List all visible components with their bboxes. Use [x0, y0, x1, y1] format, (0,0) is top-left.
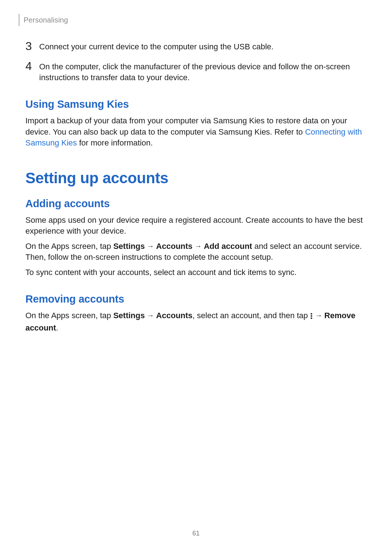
label-settings: Settings	[113, 311, 145, 320]
text: .	[56, 323, 58, 332]
arrow-icon: →	[145, 311, 156, 319]
adding-p3: To sync content with your accounts, sele…	[25, 267, 367, 278]
kies-body: Import a backup of your data from your c…	[25, 115, 367, 148]
svg-rect-2	[311, 317, 312, 319]
heading-removing-accounts: Removing accounts	[25, 293, 367, 305]
adding-p1: Some apps used on your device require a …	[25, 215, 367, 237]
step-number: 3	[25, 40, 39, 53]
text: On the Apps screen, tap	[25, 242, 113, 251]
arrow-icon: →	[145, 242, 156, 250]
arrow-icon: →	[192, 242, 204, 250]
label-settings: Settings	[113, 242, 145, 251]
kies-body-a: Import a backup of your data from your c…	[25, 116, 347, 136]
section-title: Personalising	[24, 16, 68, 24]
arrow-icon: →	[313, 311, 324, 319]
kies-body-b: for more information.	[77, 138, 153, 147]
step-number: 4	[25, 60, 39, 73]
adding-p2: On the Apps screen, tap Settings → Accou…	[25, 241, 367, 263]
svg-rect-1	[311, 315, 312, 317]
heading-setting-up-accounts: Setting up accounts	[25, 169, 367, 187]
section-header: Personalising	[19, 14, 367, 26]
removing-p: On the Apps screen, tap Settings → Accou…	[25, 310, 367, 333]
label-add-account: Add account	[204, 242, 252, 251]
text: , select an account, and then tap	[192, 311, 310, 320]
label-accounts: Accounts	[156, 242, 192, 251]
label-accounts: Accounts	[156, 311, 192, 320]
document-page: Personalising 3 Connect your current dev…	[0, 0, 392, 333]
svg-rect-0	[311, 313, 312, 315]
page-number: 61	[0, 530, 392, 537]
step-text: On the computer, click the manufacturer …	[39, 60, 367, 83]
step-text: Connect your current device to the compu…	[39, 40, 274, 52]
text: On the Apps screen, tap	[25, 311, 113, 320]
step-item: 3 Connect your current device to the com…	[25, 40, 367, 53]
step-item: 4 On the computer, click the manufacture…	[25, 60, 367, 83]
heading-adding-accounts: Adding accounts	[25, 198, 367, 210]
heading-using-kies: Using Samsung Kies	[25, 98, 367, 110]
